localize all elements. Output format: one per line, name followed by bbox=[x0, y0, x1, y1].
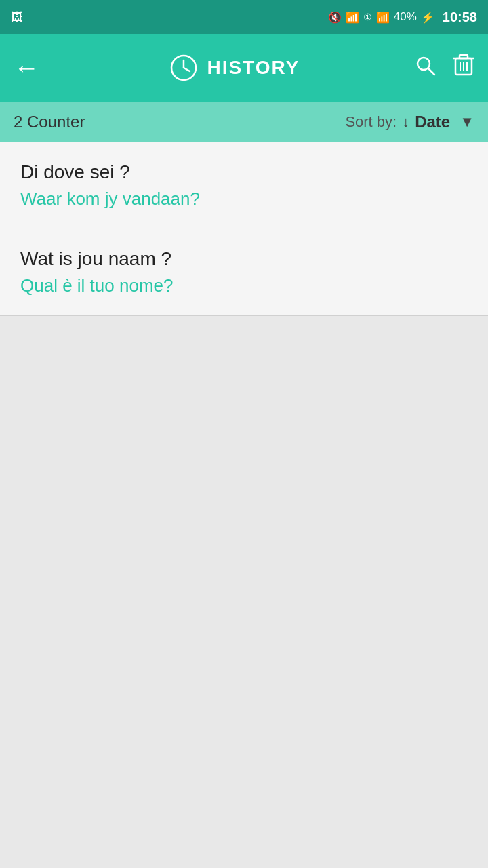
list-item-secondary: Waar kom jy vandaan? bbox=[20, 189, 468, 210]
trash-icon bbox=[453, 53, 474, 77]
status-bar: 🖼 🔇 📶 ① 📶 40% ⚡ 10:58 bbox=[0, 0, 488, 34]
mute-icon: 🔇 bbox=[328, 11, 342, 24]
battery-label: 40% bbox=[394, 10, 417, 24]
delete-button[interactable] bbox=[453, 53, 474, 83]
signal-icon: 📶 bbox=[376, 11, 390, 24]
toolbar-title: HISTORY bbox=[207, 57, 300, 79]
list-item[interactable]: Wat is jou naam ? Qual è il tuo nome? bbox=[0, 229, 488, 316]
sort-label: Sort by: bbox=[345, 113, 396, 131]
status-bar-right: 🔇 📶 ① 📶 40% ⚡ 10:58 bbox=[328, 9, 477, 25]
svg-rect-7 bbox=[460, 55, 468, 58]
sim-icon: ① bbox=[363, 12, 372, 22]
photo-icon: 🖼 bbox=[11, 10, 23, 24]
list-item[interactable]: Di dove sei ? Waar kom jy vandaan? bbox=[0, 142, 488, 229]
toolbar-actions bbox=[415, 53, 474, 83]
back-arrow-icon: ← bbox=[14, 54, 39, 83]
list-item-primary: Wat is jou naam ? bbox=[20, 248, 468, 270]
sort-value: Date bbox=[415, 113, 450, 132]
search-button[interactable] bbox=[415, 55, 436, 81]
back-button[interactable]: ← bbox=[14, 54, 54, 83]
counter-label: 2 Counter bbox=[14, 113, 345, 132]
svg-line-2 bbox=[184, 68, 190, 71]
time-label: 10:58 bbox=[443, 9, 477, 25]
filter-bar: 2 Counter Sort by: ↓ Date ▼ bbox=[0, 102, 488, 142]
sort-direction-icon: ↓ bbox=[402, 113, 409, 131]
battery-icon: ⚡ bbox=[421, 11, 434, 24]
sort-section[interactable]: Sort by: ↓ Date ▼ bbox=[345, 113, 474, 132]
wifi-icon: 📶 bbox=[346, 11, 359, 24]
list-container: Di dove sei ? Waar kom jy vandaan? Wat i… bbox=[0, 142, 488, 316]
status-bar-left: 🖼 bbox=[11, 10, 23, 24]
toolbar-center: HISTORY bbox=[54, 54, 415, 82]
toolbar: ← HISTORY bbox=[0, 34, 488, 102]
list-item-secondary: Qual è il tuo nome? bbox=[20, 275, 468, 296]
clock-icon bbox=[169, 54, 198, 82]
search-icon bbox=[415, 55, 436, 77]
svg-line-4 bbox=[428, 68, 434, 75]
list-item-primary: Di dove sei ? bbox=[20, 161, 468, 183]
dropdown-arrow-icon[interactable]: ▼ bbox=[460, 113, 474, 131]
